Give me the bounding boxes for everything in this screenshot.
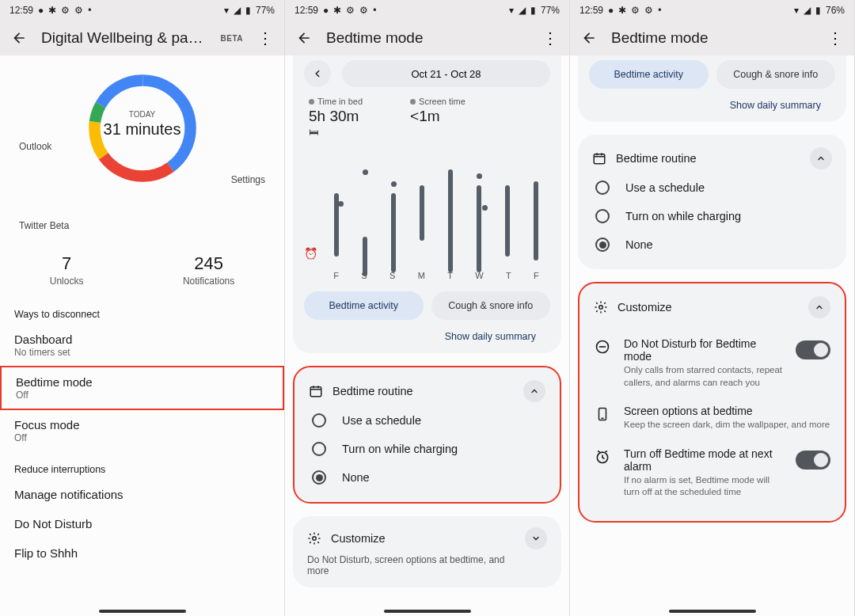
radio-none[interactable]: None xyxy=(312,470,545,485)
alarm-toggle[interactable] xyxy=(796,451,830,470)
notifs-label: Notifications xyxy=(183,276,234,287)
bedtime-sub: Off xyxy=(16,390,268,401)
day-s: S xyxy=(361,271,367,280)
messenger-icon: ● xyxy=(323,5,329,16)
metric-time-in-bed: Time in bed 5h 30m 🛏 xyxy=(309,97,363,138)
notif-icon-2: ⚙ xyxy=(359,5,368,16)
dot-icon xyxy=(309,99,314,105)
activity-card: Oct 21 - Oct 28 Time in bed 5h 30m 🛏 Scr… xyxy=(293,55,561,353)
day-f2: F xyxy=(534,271,539,280)
back-arrow-icon[interactable] xyxy=(296,30,312,46)
alarm-title: Turn off Bedtime mode at next alarm xyxy=(624,447,783,473)
status-bar: 12:59 ● ✱ ⚙ ⚙ • ▾ ◢ ▮ 76% xyxy=(570,0,854,21)
r3-label: None xyxy=(342,471,370,484)
back-arrow-icon[interactable] xyxy=(581,30,597,46)
status-time: 12:59 xyxy=(294,5,318,16)
toolbar: Digital Wellbeing & pare… BETA ⋮ xyxy=(0,21,284,55)
expand-icon[interactable] xyxy=(525,527,547,549)
svg-rect-5 xyxy=(310,387,321,397)
more-notif: • xyxy=(88,5,91,16)
status-time: 12:59 xyxy=(10,5,33,16)
back-arrow-icon[interactable] xyxy=(11,30,27,46)
stat-notifications[interactable]: 245 Notifications xyxy=(183,253,234,287)
dnd-title: Do Not Disturb xyxy=(14,517,270,530)
nav-handle[interactable] xyxy=(384,610,471,613)
collapse-icon[interactable] xyxy=(523,380,545,402)
notif-icon: ⚙ xyxy=(61,5,70,16)
customize-card-expanded: Customize Do Not Disturb for Bedtime mod… xyxy=(578,282,846,523)
tab-cough-snore[interactable]: Cough & snore info xyxy=(431,291,551,320)
notif-icon-2: ⚙ xyxy=(74,5,83,16)
tab-bedtime-activity[interactable]: Bedtime activity xyxy=(589,60,709,89)
chart-label-twitter: Twitter Beta xyxy=(19,220,69,231)
nav-handle[interactable] xyxy=(99,610,186,613)
slack-icon: ✱ xyxy=(618,5,626,16)
overflow-menu-icon[interactable]: ⋮ xyxy=(542,30,558,46)
chart-label-settings: Settings xyxy=(231,174,265,185)
more-notif: • xyxy=(658,5,661,16)
alarm-icon xyxy=(594,447,611,465)
item-manage-notifications[interactable]: Manage notifications xyxy=(0,480,284,509)
day-s2: S xyxy=(390,271,395,280)
usage-chart[interactable]: TODAY 31 minutes Outlook Settings Twitte… xyxy=(0,55,284,238)
calendar-icon xyxy=(309,384,323,398)
radio-checked-icon xyxy=(595,238,610,252)
focus-sub: Off xyxy=(14,432,270,443)
bedtime-title: Bedtime mode xyxy=(16,375,268,389)
chart-label-outlook: Outlook xyxy=(19,141,51,152)
radio-none[interactable]: None xyxy=(595,238,832,252)
phone-icon xyxy=(594,405,611,422)
daily-summary-link[interactable]: Show daily summary xyxy=(304,320,550,342)
nav-handle[interactable] xyxy=(669,610,756,613)
dnd-toggle[interactable] xyxy=(796,340,830,359)
radio-charging[interactable]: Turn on while charging xyxy=(312,442,545,456)
item-focus-mode[interactable]: Focus mode Off xyxy=(0,410,284,451)
svg-rect-7 xyxy=(594,154,605,164)
item-bedtime-mode[interactable]: Bedtime mode Off xyxy=(0,366,284,410)
routine-header[interactable]: Bedtime routine xyxy=(592,147,832,169)
radio-schedule[interactable]: Use a schedule xyxy=(595,181,832,195)
tab-bedtime-activity[interactable]: Bedtime activity xyxy=(304,291,424,320)
daily-summary-link[interactable]: Show daily summary xyxy=(589,89,835,122)
status-bar: 12:59 ● ✱ ⚙ ⚙ • ▾ ◢ ▮ 77% xyxy=(285,0,569,21)
item-flip[interactable]: Flip to Shhh xyxy=(0,538,284,568)
item-dnd-bedtime[interactable]: Do Not Disturb for Bedtime mode Only cal… xyxy=(594,329,830,397)
item-dnd[interactable]: Do Not Disturb xyxy=(0,509,284,538)
dot-icon xyxy=(410,99,416,105)
toolbar: Bedtime mode ⋮ xyxy=(570,21,854,55)
screen-sub: Keep the screen dark, dim the wallpaper,… xyxy=(624,419,830,432)
item-screen-options[interactable]: Screen options at bedtime Keep the scree… xyxy=(594,397,830,439)
routine-header[interactable]: Bedtime routine xyxy=(309,380,545,402)
more-notif: • xyxy=(373,5,376,16)
date-range-pill[interactable]: Oct 21 - Oct 28 xyxy=(342,60,550,87)
wifi-icon: ▾ xyxy=(794,5,799,16)
prev-week-button[interactable] xyxy=(304,60,331,87)
tab-cough-snore[interactable]: Cough & snore info xyxy=(716,60,836,89)
overflow-menu-icon[interactable]: ⋮ xyxy=(827,30,843,46)
st-value: <1m xyxy=(410,108,466,125)
collapse-icon[interactable] xyxy=(808,296,830,318)
collapse-icon[interactable] xyxy=(810,147,832,169)
overflow-menu-icon[interactable]: ⋮ xyxy=(257,30,273,46)
st-label: Screen time xyxy=(419,97,466,106)
bedtime-routine-card: Bedtime routine Use a schedule Turn on w… xyxy=(293,366,561,504)
customize-card-collapsed[interactable]: Customize Do Not Disturb, screen options… xyxy=(293,516,561,587)
radio-unchecked-icon xyxy=(312,413,326,428)
item-dashboard[interactable]: Dashboard No timers set xyxy=(0,325,284,366)
weekly-chart: ⏰ F S S M T W xyxy=(304,146,550,280)
today-label: TODAY xyxy=(87,110,198,119)
radio-unchecked-icon xyxy=(595,209,610,223)
item-alarm-off[interactable]: Turn off Bedtime mode at next alarm If n… xyxy=(594,439,830,507)
tib-value: 5h 30m xyxy=(309,108,363,125)
usage-minutes: 31 minutes xyxy=(87,120,198,139)
notif-icon: ⚙ xyxy=(631,5,640,16)
gear-icon xyxy=(594,300,608,314)
x-axis: F S S M T W T F xyxy=(322,271,550,280)
radio-schedule[interactable]: Use a schedule xyxy=(312,413,545,428)
battery-pct: 76% xyxy=(826,5,845,16)
radio-charging[interactable]: Turn on while charging xyxy=(595,209,832,223)
battery-icon: ▮ xyxy=(530,5,536,16)
day-t: T xyxy=(447,271,453,280)
customize-header[interactable]: Customize xyxy=(594,296,830,318)
stat-unlocks[interactable]: 7 Unlocks xyxy=(50,253,84,287)
